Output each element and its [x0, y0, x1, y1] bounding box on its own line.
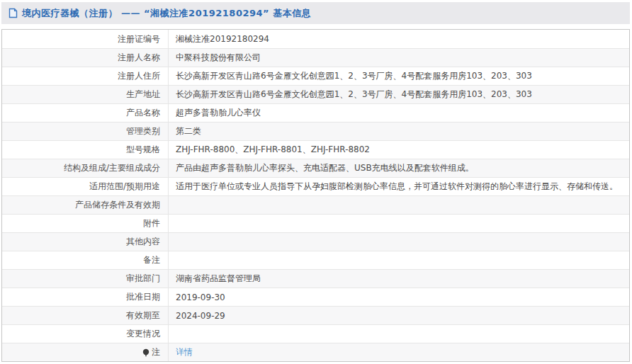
row-label: 注册证编号	[2, 30, 169, 48]
row-value: 第二类	[169, 123, 629, 140]
table-row-change-status: 变更情况	[2, 324, 629, 343]
details-link[interactable]: 详情	[176, 346, 193, 358]
row-label: 变更情况	[2, 325, 169, 343]
row-label: 管理类别	[2, 123, 169, 140]
row-value	[169, 251, 629, 269]
row-label: 注	[2, 343, 169, 361]
table-row-product-name: 产品名称 超声多普勒胎儿心率仪	[2, 103, 629, 122]
table-row-intended-use: 适用范围/预期用途 适用于医疗单位或专业人员指导下从孕妇腹部检测胎心率信息，并可…	[2, 177, 629, 195]
row-value	[169, 325, 629, 343]
row-label: 审批部门	[2, 270, 169, 288]
page-header: 境内医疗器械（注册） —— “湘械注准20192180294” 基本信息	[1, 2, 630, 24]
row-label-text: 注	[152, 346, 160, 358]
row-label: 有效期至	[2, 307, 169, 324]
row-value: 适用于医疗单位或专业人员指导下从孕妇腹部检测胎心率信息，并可通过软件对测得的胎心…	[169, 178, 629, 195]
table-row-note: 注 详情	[2, 343, 629, 361]
row-label: 其他内容	[2, 233, 169, 251]
row-label: 备注	[2, 251, 169, 269]
row-label: 注册人住所	[2, 67, 169, 85]
row-value: 产品由超声多普勒胎儿心率探头、充电适配器、USB充电线以及配套软件组成。	[169, 159, 629, 177]
row-value	[169, 196, 629, 214]
row-value: 2019-09-30	[169, 288, 629, 306]
row-label: 结构及组成/主要组成成分	[2, 159, 169, 177]
table-row-registration-number: 注册证编号 湘械注准20192180294	[2, 30, 629, 48]
table-row-production-address: 生产地址 长沙高新开发区青山路6号金雁文化创意园1、2、3号厂房、4号配套服务用…	[2, 85, 629, 103]
table-row-model-spec: 型号规格 ZHJ-FHR-8800、ZHJ-FHR-8801、ZHJ-FHR-8…	[2, 140, 629, 159]
table-row-registrant-name: 注册人名称 中聚科技股份有限公司	[2, 48, 629, 67]
table-row-approval-date: 批准日期 2019-09-30	[2, 288, 629, 306]
row-label: 产品名称	[2, 104, 169, 122]
table-row-storage-conditions: 产品储存条件及有效期	[2, 195, 629, 214]
row-label: 适用范围/预期用途	[2, 178, 169, 195]
row-label: 产品储存条件及有效期	[2, 196, 169, 214]
table-row-other-content: 其他内容	[2, 232, 629, 251]
table-row-attachments: 附件	[2, 214, 629, 232]
row-value	[169, 215, 629, 232]
row-value: 超声多普勒胎儿心率仪	[169, 104, 629, 122]
table-row-structure-composition: 结构及组成/主要组成成分 产品由超声多普勒胎儿心率探头、充电适配器、USB充电线…	[2, 159, 629, 177]
page: 境内医疗器械（注册） —— “湘械注准20192180294” 基本信息 注册证…	[0, 0, 632, 364]
row-label: 注册人名称	[2, 49, 169, 67]
row-value: 湘械注准20192180294	[169, 30, 629, 48]
row-value: 中聚科技股份有限公司	[169, 49, 629, 67]
row-label: 附件	[2, 215, 169, 232]
table-row-valid-until: 有效期至 2024-09-29	[2, 306, 629, 324]
row-value: 长沙高新开发区青山路6号金雁文化创意园1、2、3号厂房、4号配套服务用房103、…	[169, 67, 629, 85]
row-label: 生产地址	[2, 86, 169, 103]
table-row-registrant-address: 注册人住所 长沙高新开发区青山路6号金雁文化创意园1、2、3号厂房、4号配套服务…	[2, 67, 629, 85]
row-value: ZHJ-FHR-8800、ZHJ-FHR-8801、ZHJ-FHR-8802	[169, 141, 629, 159]
row-value: 2024-09-29	[169, 307, 629, 324]
document-icon	[9, 8, 18, 18]
row-value: 湖南省药品监督管理局	[169, 270, 629, 288]
row-value: 长沙高新开发区青山路6号金雁文化创意园1、2、3号厂房、4号配套服务用房103、…	[169, 86, 629, 103]
note-balloon-icon	[142, 348, 149, 358]
table-row-approval-department: 审批部门 湖南省药品监督管理局	[2, 269, 629, 288]
table-row-management-class: 管理类别 第二类	[2, 122, 629, 140]
row-value	[169, 233, 629, 251]
table-row-remarks: 备注	[2, 251, 629, 269]
registration-info-table: 注册证编号 湘械注准20192180294 注册人名称 中聚科技股份有限公司 注…	[1, 29, 630, 362]
page-title: 境内医疗器械（注册） —— “湘械注准20192180294” 基本信息	[22, 7, 311, 20]
row-label: 批准日期	[2, 288, 169, 306]
row-label: 型号规格	[2, 141, 169, 159]
